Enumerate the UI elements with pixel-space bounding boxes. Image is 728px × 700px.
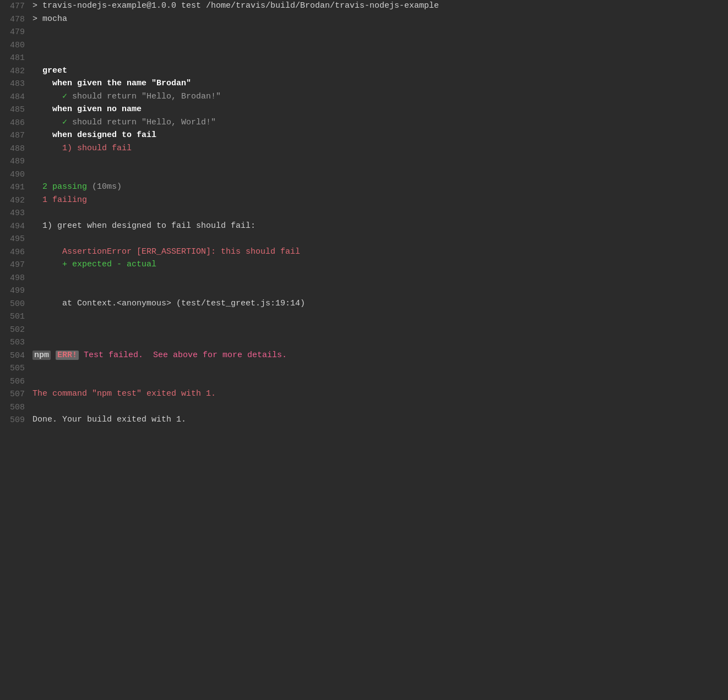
text-segment: > travis-nodejs-example@1.0.0 test /home…: [32, 1, 439, 10]
line-content: [30, 26, 728, 39]
terminal-line: 488 1) should fail: [0, 143, 728, 156]
terminal-line: 493: [0, 207, 728, 220]
text-segment: Test failed. See above for more details.: [79, 351, 287, 360]
text-segment: should return "Hello, World!": [72, 118, 216, 127]
line-content: [30, 324, 728, 337]
line-content: [30, 155, 728, 168]
line-number: 496: [0, 246, 30, 259]
line-number: 500: [0, 298, 30, 311]
line-number: 488: [0, 143, 30, 156]
line-content: [30, 233, 728, 246]
line-number: 477: [0, 0, 30, 13]
line-content: 1) greet when designed to fail should fa…: [30, 220, 728, 233]
line-number: 483: [0, 78, 30, 91]
terminal-line: 501: [0, 310, 728, 324]
terminal-line: 485 when given no name: [0, 103, 728, 117]
terminal-line: 490: [0, 168, 728, 182]
text-segment: at Context.<anonymous> (test/test_greet.…: [32, 299, 305, 308]
line-number: 503: [0, 336, 30, 349]
text-segment: when designed to fail: [32, 130, 156, 140]
line-content: at Context.<anonymous> (test/test_greet.…: [30, 298, 728, 311]
line-content: AssertionError [ERR_ASSERTION]: this sho…: [30, 246, 728, 259]
text-segment: 1) greet when designed to fail should fa…: [32, 221, 256, 231]
line-content: [30, 336, 728, 349]
terminal-line: 508: [0, 401, 728, 414]
line-content: 1) should fail: [30, 143, 728, 156]
line-content: [30, 39, 728, 52]
text-segment: greet: [32, 66, 67, 75]
text-segment: 1 failing: [32, 195, 87, 205]
terminal-line: 491 2 passing (10ms): [0, 181, 728, 194]
line-content: [30, 207, 728, 220]
line-content: when designed to fail: [30, 129, 728, 143]
line-number: 498: [0, 272, 30, 285]
line-number: 492: [0, 194, 30, 207]
line-content: + expected - actual: [30, 259, 728, 272]
terminal-line: 494 1) greet when designed to fail shoul…: [0, 220, 728, 233]
line-content: [30, 285, 728, 298]
text-segment: ✓: [32, 118, 72, 127]
line-number: 485: [0, 103, 30, 117]
terminal-line: 503: [0, 336, 728, 349]
terminal-line: 487 when designed to fail: [0, 129, 728, 143]
text-segment: 2 passing: [32, 182, 87, 192]
terminal-line: 477> travis-nodejs-example@1.0.0 test /h…: [0, 0, 728, 13]
terminal-line: 498: [0, 272, 728, 285]
line-content: [30, 52, 728, 65]
line-number: 489: [0, 155, 30, 168]
text-segment: (10ms): [87, 182, 122, 192]
line-content: ✓ should return "Hello, World!": [30, 117, 728, 130]
text-segment: ✓: [32, 92, 72, 101]
text-segment: when given the name "Brodan": [32, 79, 191, 88]
terminal-line: 489: [0, 155, 728, 168]
line-number: 495: [0, 233, 30, 246]
line-content: [30, 168, 728, 182]
line-number: 509: [0, 414, 30, 427]
line-content: [30, 310, 728, 324]
line-number: 506: [0, 375, 30, 389]
line-number: 486: [0, 117, 30, 130]
terminal-line: 492 1 failing: [0, 194, 728, 207]
text-segment: when given no name: [32, 105, 142, 114]
terminal-line: 479: [0, 26, 728, 39]
terminal-line: 496 AssertionError [ERR_ASSERTION]: this…: [0, 246, 728, 259]
line-content: 1 failing: [30, 194, 728, 207]
terminal-line: 504npm ERR! Test failed. See above for m…: [0, 349, 728, 363]
line-number: 490: [0, 168, 30, 182]
terminal-line: 482 greet: [0, 65, 728, 78]
line-content: [30, 272, 728, 285]
text-segment: should return "Hello, Brodan!": [72, 92, 221, 101]
line-number: 482: [0, 65, 30, 78]
line-content: when given the name "Brodan": [30, 78, 728, 91]
terminal-line: 495: [0, 233, 728, 246]
line-number: 478: [0, 13, 30, 26]
text-segment: The command "npm test" exited with 1.: [32, 389, 216, 398]
line-number: 484: [0, 91, 30, 104]
terminal-line: 478> mocha: [0, 13, 728, 26]
text-segment: AssertionError [ERR_ASSERTION]: this sho…: [32, 247, 300, 256]
line-content: > mocha: [30, 13, 728, 26]
terminal-line: 506: [0, 375, 728, 389]
line-content: [30, 362, 728, 375]
terminal-line: 507The command "npm test" exited with 1.: [0, 388, 728, 401]
text-segment: 1) should fail: [32, 144, 132, 153]
terminal-line: 484 ✓ should return "Hello, Brodan!": [0, 91, 728, 104]
line-number: 507: [0, 388, 30, 401]
terminal-line: 500 at Context.<anonymous> (test/test_gr…: [0, 298, 728, 311]
terminal-line: 481: [0, 52, 728, 65]
line-number: 505: [0, 362, 30, 375]
line-number: 508: [0, 401, 30, 414]
line-number: 487: [0, 129, 30, 143]
terminal-output: 477> travis-nodejs-example@1.0.0 test /h…: [0, 0, 728, 700]
terminal-line: 505: [0, 362, 728, 375]
terminal-line: 499: [0, 285, 728, 298]
line-content: [30, 401, 728, 414]
line-number: 502: [0, 324, 30, 337]
terminal-line: 486 ✓ should return "Hello, World!": [0, 117, 728, 130]
text-segment: + expected - actual: [32, 260, 156, 269]
line-number: 501: [0, 310, 30, 324]
line-content: Done. Your build exited with 1.: [30, 414, 728, 427]
line-content: > travis-nodejs-example@1.0.0 test /home…: [30, 0, 728, 13]
line-number: 493: [0, 207, 30, 220]
text-segment: Done. Your build exited with 1.: [32, 415, 186, 424]
